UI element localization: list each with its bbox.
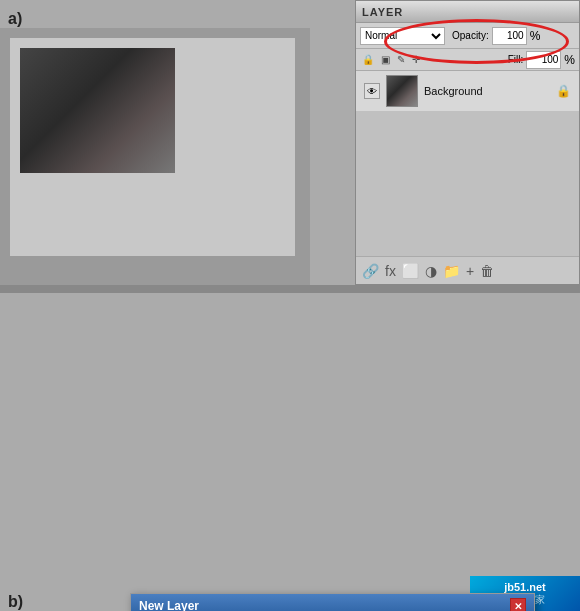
dialog-titlebar: New Layer ✕ [131, 594, 534, 611]
fill-field[interactable] [526, 51, 561, 69]
layer-panel-bottom: 🔗 fx ⬜ ◑ 📁 + 🗑 [356, 256, 579, 284]
delete-layer-icon[interactable]: 🗑 [480, 263, 494, 279]
link-icon[interactable]: 🔗 [362, 263, 379, 279]
label-a: a) [8, 10, 22, 28]
layer-row-background[interactable]: 👁 Background 🔒 [356, 71, 579, 111]
canvas-area [0, 28, 310, 286]
layer-panel: LAYER Normal Opacity: % 🔒 ▣ ✎ ✛ Fill: % … [355, 0, 580, 285]
layer-lock-icon: 🔒 [556, 84, 571, 98]
mask-icon[interactable]: ⬜ [402, 263, 419, 279]
section-a: a) LAYER Normal Opacity: % 🔒 ▣ ✎ ✛ Fill: [0, 0, 580, 285]
lock-transparent-icon[interactable]: ▣ [379, 53, 392, 66]
layer-panel-titlebar: LAYER [356, 1, 579, 23]
new-layer-icon[interactable]: + [466, 263, 474, 279]
layer-name: Background [424, 85, 550, 97]
opacity-pct: % [530, 29, 541, 43]
opacity-label: Opacity: [452, 30, 489, 41]
layer-panel-title: LAYER [362, 6, 403, 18]
layer-toolbar-row2: 🔒 ▣ ✎ ✛ Fill: % [356, 49, 579, 71]
new-layer-dialog: New Layer ✕ Name: Use Previous Layer to … [130, 593, 535, 611]
fx-icon[interactable]: fx [385, 263, 396, 279]
lock-position-icon[interactable]: ✛ [410, 53, 422, 66]
layer-toolbar-row1: Normal Opacity: % [356, 23, 579, 49]
white-canvas [10, 38, 295, 256]
photo-thumbnail-a [20, 48, 175, 173]
folder-icon[interactable]: 📁 [443, 263, 460, 279]
fill-pct: % [564, 53, 575, 67]
dialog-title: New Layer [139, 599, 199, 611]
layer-thumbnail [386, 75, 418, 107]
section-divider [0, 285, 580, 293]
dialog-close-button[interactable]: ✕ [510, 598, 526, 611]
lock-icon[interactable]: 🔒 [360, 53, 376, 66]
fill-label: Fill: [508, 54, 524, 65]
adjustment-icon[interactable]: ◑ [425, 263, 437, 279]
layer-visibility-eye[interactable]: 👁 [364, 83, 380, 99]
layer-mode-select[interactable]: Normal [360, 27, 445, 45]
watermark-line1: jb51.net [504, 581, 546, 593]
lock-pixel-icon[interactable]: ✎ [395, 53, 407, 66]
opacity-field[interactable] [492, 27, 527, 45]
section-b: b) New Layer ✕ Name: Use Previous Layer … [0, 293, 580, 611]
label-b: b) [8, 593, 23, 611]
